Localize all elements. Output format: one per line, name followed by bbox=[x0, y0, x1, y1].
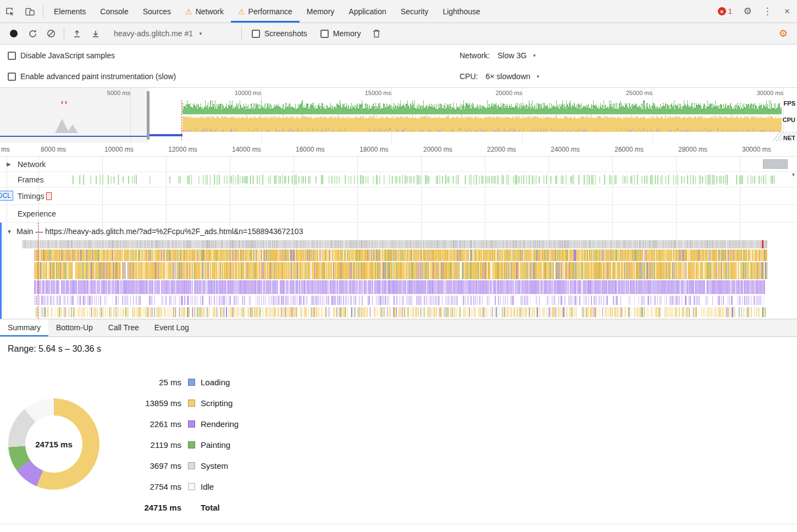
tab-security[interactable]: Security bbox=[394, 0, 436, 23]
chevron-down-icon: ▼ bbox=[198, 31, 203, 36]
summary-range: Range: 5.64 s – 30.36 s bbox=[0, 337, 797, 354]
tab-sources[interactable]: Sources bbox=[136, 0, 178, 23]
track-timings[interactable]: DCL Timings bbox=[0, 187, 797, 205]
network-throttle-select[interactable]: Slow 3G ▼ bbox=[497, 51, 536, 60]
cpu-throttle-select[interactable]: 6× slowdown ▼ bbox=[485, 72, 540, 81]
dtab-label: Bottom-Up bbox=[56, 323, 93, 332]
summary-pane: Range: 5.64 s – 30.36 s 24715 ms 25 ms L… bbox=[0, 337, 797, 532]
ruler-tick: 10000 ms bbox=[104, 146, 134, 153]
inspect-cursor-glyph bbox=[5, 7, 15, 16]
track-experience-label: Experience bbox=[18, 209, 56, 218]
legend-total-value: 24715 ms bbox=[100, 503, 181, 512]
timeline-scrollbar[interactable]: ▼ bbox=[790, 157, 797, 319]
capture-settings-gear-icon[interactable]: ⚙ bbox=[774, 25, 793, 42]
legend-row-painting: 2119 ms Painting bbox=[100, 434, 239, 455]
track-timings-label: Timings bbox=[18, 192, 45, 201]
track-network[interactable]: ▶ Network bbox=[0, 157, 797, 172]
overview-tick: 10000 ms bbox=[218, 90, 261, 96]
tab-elements[interactable]: Elements bbox=[47, 0, 93, 23]
separator bbox=[241, 27, 242, 40]
close-devtools-icon[interactable]: × bbox=[777, 0, 797, 23]
device-toolbar-icon[interactable] bbox=[20, 0, 40, 23]
disable-js-samples-checkbox[interactable]: Disable JavaScript samples bbox=[8, 51, 115, 60]
record-button[interactable] bbox=[4, 25, 23, 42]
tab-console[interactable]: Console bbox=[93, 0, 135, 23]
legend-swatch-system bbox=[188, 462, 195, 469]
reload-and-record-button[interactable] bbox=[23, 25, 42, 42]
ruler-tick: 18000 ms bbox=[359, 146, 389, 153]
load-profile-button[interactable] bbox=[68, 25, 86, 42]
summary-legend: 25 ms Loading 13859 ms Scripting 2261 ms… bbox=[100, 372, 239, 518]
overview-fps-label: FPS bbox=[783, 100, 796, 107]
tab-lighthouse[interactable]: Lighthouse bbox=[435, 0, 488, 23]
tab-label: Sources bbox=[143, 7, 171, 16]
network-throttle-group: Network: Slow 3G ▼ bbox=[460, 51, 536, 60]
reload-icon bbox=[28, 29, 37, 38]
dcl-marker[interactable]: DCL bbox=[0, 191, 13, 201]
dtab-label: Call Tree bbox=[108, 323, 139, 332]
clear-button[interactable] bbox=[42, 25, 60, 42]
scroll-down-icon[interactable]: ▼ bbox=[791, 172, 796, 319]
checkbox-icon bbox=[252, 30, 260, 38]
timeline-panel[interactable]: ms 8000 ms 10000 ms 12000 ms 14000 ms 16… bbox=[0, 143, 797, 319]
garbage-collect-button[interactable] bbox=[367, 25, 386, 42]
legend-label: Scripting bbox=[201, 398, 233, 408]
timeline-ruler: ms 8000 ms 10000 ms 12000 ms 14000 ms 16… bbox=[0, 143, 797, 157]
device-glyph bbox=[25, 7, 35, 16]
tab-label: Elements bbox=[54, 7, 86, 16]
network-request-block[interactable] bbox=[763, 159, 788, 169]
upload-icon bbox=[73, 29, 81, 38]
frames-canvas bbox=[0, 172, 797, 187]
legend-value: 2261 ms bbox=[100, 419, 181, 429]
download-icon bbox=[91, 29, 100, 38]
timings-red-marker[interactable] bbox=[46, 192, 52, 200]
profile-select[interactable]: heavy-ads.glitch.me #1 ▼ bbox=[108, 29, 235, 38]
track-frames[interactable]: Frames bbox=[0, 172, 797, 187]
save-profile-button[interactable] bbox=[86, 25, 105, 42]
warning-icon: ⚠ bbox=[238, 8, 245, 15]
ruler-tick: 14000 ms bbox=[232, 146, 261, 153]
overview-tick: 5000 ms bbox=[87, 90, 130, 96]
tab-summary[interactable]: Summary bbox=[0, 319, 48, 336]
network-throttle-value: Slow 3G bbox=[497, 51, 527, 60]
track-main-header[interactable]: ▼ Main — https://heavy-ads.glitch.me/?ad… bbox=[0, 223, 797, 240]
legend-row-system: 3697 ms System bbox=[100, 455, 239, 476]
timeline-overview[interactable]: 5000 ms 10000 ms 15000 ms 20000 ms 25000… bbox=[0, 88, 797, 143]
memory-checkbox[interactable]: Memory bbox=[320, 29, 361, 38]
checkbox-icon bbox=[8, 73, 16, 81]
tab-event-log[interactable]: Event Log bbox=[147, 319, 197, 336]
overview-canvas[interactable] bbox=[0, 88, 797, 143]
ruler-tick: 12000 ms bbox=[168, 146, 197, 153]
expander-expanded-icon[interactable]: ▼ bbox=[7, 229, 12, 235]
console-error-badge[interactable]: × 1 bbox=[718, 7, 732, 15]
error-count: 1 bbox=[728, 7, 732, 15]
tab-call-tree[interactable]: Call Tree bbox=[101, 319, 147, 336]
tab-application[interactable]: Application bbox=[341, 0, 394, 23]
cpu-throttle-label: CPU: bbox=[460, 72, 478, 81]
inspect-element-icon[interactable] bbox=[0, 0, 20, 23]
advanced-paint-checkbox[interactable]: Enable advanced paint instrumentation (s… bbox=[8, 72, 176, 81]
main-flame-chart[interactable] bbox=[0, 240, 797, 319]
legend-row-scripting: 13859 ms Scripting bbox=[100, 392, 239, 413]
summary-donut: 24715 ms bbox=[8, 398, 99, 490]
tab-label: Lighthouse bbox=[442, 7, 480, 16]
flame-canvas[interactable] bbox=[0, 240, 797, 319]
settings-row-js: Disable JavaScript samples Network: Slow… bbox=[0, 47, 797, 64]
legend-row-idle: 2754 ms Idle bbox=[100, 476, 239, 497]
overview-tick: 20000 ms bbox=[479, 90, 522, 96]
separator bbox=[64, 27, 64, 40]
kebab-menu-icon[interactable]: ⋮ bbox=[757, 0, 777, 23]
ruler-tick: 20000 ms bbox=[423, 146, 452, 153]
legend-value: 2754 ms bbox=[100, 482, 181, 491]
separator bbox=[43, 5, 43, 18]
track-experience[interactable]: Experience bbox=[0, 205, 797, 223]
screenshots-checkbox[interactable]: Screenshots bbox=[252, 29, 307, 38]
tab-memory[interactable]: Memory bbox=[300, 0, 342, 23]
tab-performance[interactable]: ⚠ Performance bbox=[231, 0, 300, 23]
legend-label: Idle bbox=[201, 482, 214, 491]
tab-bottom-up[interactable]: Bottom-Up bbox=[48, 319, 101, 336]
expander-collapsed-icon[interactable]: ▶ bbox=[7, 161, 11, 167]
settings-gear-icon[interactable]: ⚙ bbox=[738, 0, 757, 23]
legend-swatch-rendering bbox=[188, 420, 195, 428]
tab-network[interactable]: ⚠ Network bbox=[178, 0, 231, 23]
